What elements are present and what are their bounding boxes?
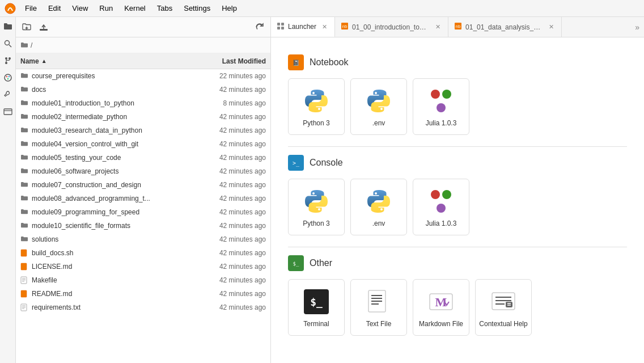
- svg-rect-16: [21, 250, 27, 256]
- file-modified: 8 minutes ago: [191, 99, 270, 107]
- sort-by-name[interactable]: Name ▲: [16, 57, 191, 65]
- file-toolbar: [16, 17, 270, 37]
- folder-icon: [20, 86, 28, 94]
- launcher-tile-markdown[interactable]: M Markdown File: [413, 279, 469, 336]
- file-icon: [20, 303, 28, 311]
- file-modified: 42 minutes ago: [191, 249, 270, 257]
- notebook-tab-icon: nb: [341, 22, 349, 30]
- launcher-tile-env-con[interactable]: .env: [350, 179, 407, 235]
- tab-close-btn[interactable]: ✕: [546, 23, 556, 32]
- tab-close-btn[interactable]: ✕: [320, 22, 329, 31]
- list-item[interactable]: module06_software_projects 42 minutes ag…: [16, 164, 270, 178]
- svg-point-45: [375, 192, 377, 195]
- folder-icon: [20, 113, 28, 121]
- folder-icon: [20, 222, 28, 230]
- list-item[interactable]: module07_construction_and_design 42 minu…: [16, 178, 270, 192]
- tab-overflow-btn[interactable]: »: [630, 23, 644, 32]
- menu-tabs[interactable]: Tabs: [152, 3, 177, 14]
- python-icon: [303, 188, 330, 215]
- file-name: build_docs.sh: [16, 249, 191, 257]
- menu-kernel[interactable]: Kernel: [120, 3, 150, 14]
- file-name: README.md: [16, 290, 191, 298]
- launcher-panel: 📓Notebook Python 3 .env Julia 1.0.3 >_Co…: [271, 37, 644, 363]
- launcher-tab-icon: [277, 22, 285, 30]
- section-label-notebook: Notebook: [310, 57, 349, 67]
- section-icon-console: >_: [288, 155, 304, 171]
- tab-analysis[interactable]: nb 01_01_data_analysis_exam ✕: [448, 17, 562, 37]
- file-name: module05_testing_your_code: [16, 154, 191, 162]
- launcher-tile-julia-con[interactable]: Julia 1.0.3: [413, 179, 469, 235]
- svg-point-1: [5, 41, 9, 45]
- menu-run[interactable]: Run: [95, 3, 117, 14]
- tile-label: Python 3: [303, 220, 329, 227]
- svg-point-7: [6, 76, 7, 77]
- file-name: module06_software_projects: [16, 167, 191, 175]
- python-icon: [365, 188, 392, 215]
- svg-point-37: [312, 92, 315, 94]
- list-item[interactable]: docs 42 minutes ago: [16, 83, 270, 96]
- julia-icon: [429, 88, 454, 113]
- launcher-tile-textfile[interactable]: Text File: [350, 279, 407, 336]
- list-item[interactable]: module09_programming_for_speed 42 minute…: [16, 205, 270, 219]
- menu-settings[interactable]: Settings: [179, 3, 215, 14]
- svg-rect-27: [277, 23, 280, 26]
- list-item[interactable]: module10_scientific_file_formats 42 minu…: [16, 219, 270, 233]
- list-item[interactable]: LICENSE.md 42 minutes ago: [16, 260, 270, 273]
- python-icon: [365, 87, 392, 115]
- list-item[interactable]: module02_intermediate_python 42 minutes …: [16, 110, 270, 124]
- launcher-tile-python3-con[interactable]: Python 3: [288, 179, 345, 235]
- upload-button[interactable]: [36, 20, 51, 35]
- file-icon: [20, 263, 28, 271]
- launcher-tile-env-nb[interactable]: .env: [350, 78, 407, 135]
- svg-rect-17: [21, 263, 27, 270]
- menu-view[interactable]: View: [67, 3, 92, 14]
- list-item[interactable]: course_prerequisites 22 minutes ago: [16, 69, 270, 83]
- svg-point-38: [318, 108, 320, 110]
- sidebar-git-btn[interactable]: [2, 54, 14, 67]
- file-icon: [20, 249, 28, 257]
- list-item[interactable]: requirements.txt 42 minutes ago: [16, 301, 270, 314]
- new-folder-button[interactable]: [19, 20, 34, 35]
- breadcrumb[interactable]: /: [16, 37, 270, 53]
- menu-help[interactable]: Help: [217, 3, 242, 14]
- file-panel: / Name ▲ Last Modified course_prerequisi…: [16, 17, 271, 363]
- svg-rect-30: [281, 27, 284, 29]
- file-modified: 42 minutes ago: [191, 154, 270, 162]
- launcher-tile-contextual[interactable]: Contextual Help: [475, 279, 532, 336]
- launcher-section-console: >_Console: [288, 155, 627, 171]
- list-item[interactable]: build_docs.sh 42 minutes ago: [16, 246, 270, 260]
- list-item[interactable]: README.md 42 minutes ago: [16, 287, 270, 301]
- list-item[interactable]: module05_testing_your_code 42 minutes ag…: [16, 151, 270, 164]
- file-name: module10_scientific_file_formats: [16, 222, 191, 230]
- svg-point-43: [312, 192, 315, 195]
- tab-label: Launcher: [288, 23, 316, 31]
- folder-icon: [20, 140, 28, 148]
- list-item[interactable]: Makefile 42 minutes ago: [16, 273, 270, 287]
- file-name: module07_construction_and_design: [16, 181, 191, 189]
- svg-point-9: [7, 78, 8, 79]
- list-item[interactable]: module03_research_data_in_python 42 minu…: [16, 124, 270, 137]
- launcher-tile-julia-nb[interactable]: Julia 1.0.3: [413, 78, 469, 135]
- list-item[interactable]: solutions 42 minutes ago: [16, 233, 270, 246]
- menu-file[interactable]: File: [20, 3, 41, 14]
- sidebar-search-btn[interactable]: [2, 37, 14, 50]
- sidebar-folder-btn[interactable]: [2, 20, 14, 33]
- launcher-tile-python3-nb[interactable]: Python 3: [288, 78, 345, 135]
- menu-edit[interactable]: Edit: [44, 3, 65, 14]
- list-item[interactable]: module04_version_control_with_git 42 min…: [16, 137, 270, 151]
- content-area: Launcher ✕ nb 01_00_introduction_to_py ✕…: [271, 17, 644, 363]
- list-item[interactable]: module01_introduction_to_python 8 minute…: [16, 96, 270, 110]
- refresh-button[interactable]: [252, 20, 267, 35]
- svg-point-3: [5, 57, 7, 60]
- list-item[interactable]: module08_advanced_programming_t... 42 mi…: [16, 192, 270, 205]
- launcher-tile-terminal[interactable]: $_ Terminal: [288, 279, 345, 336]
- file-icon: [20, 276, 28, 284]
- tab-intro[interactable]: nb 01_00_introduction_to_py ✕: [335, 17, 448, 37]
- sidebar-palette-btn[interactable]: [2, 71, 14, 84]
- sidebar-tab-btn[interactable]: [2, 105, 14, 118]
- tab-close-btn[interactable]: ✕: [433, 23, 442, 32]
- column-last-modified[interactable]: Last Modified: [191, 57, 270, 65]
- tab-launcher[interactable]: Launcher ✕: [271, 17, 335, 37]
- section-icon-other: $_: [288, 255, 304, 271]
- sidebar-tools-btn[interactable]: [2, 88, 14, 101]
